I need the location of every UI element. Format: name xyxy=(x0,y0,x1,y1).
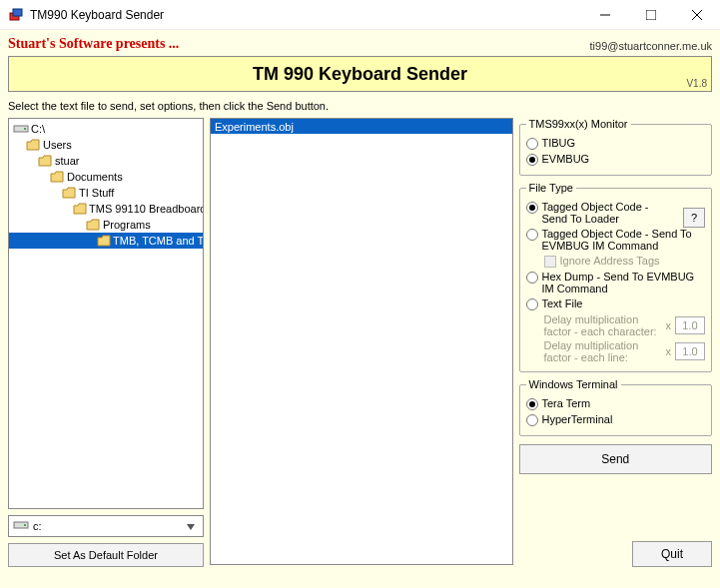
contact-email: ti99@stuartconner.me.uk xyxy=(590,40,712,52)
radio-monitor[interactable]: TIBUG xyxy=(526,137,706,150)
tree-item-label: TMS 99110 Breadboard Project xyxy=(89,203,204,215)
set-default-folder-label: Set As Default Folder xyxy=(54,549,158,561)
radio-text-file[interactable]: Text File xyxy=(526,297,706,310)
radio-icon xyxy=(526,202,538,214)
tree-item[interactable]: Documents xyxy=(9,169,203,185)
quit-button[interactable]: Quit xyxy=(632,541,712,567)
tree-item[interactable]: C:\ xyxy=(9,121,203,137)
set-default-folder-button[interactable]: Set As Default Folder xyxy=(8,543,204,567)
radio-monitor[interactable]: EVMBUG xyxy=(526,153,706,166)
radio-label: Tagged Object Code - Send To EVMBUG IM C… xyxy=(542,228,706,252)
folder-icon xyxy=(25,138,41,152)
banner-version: V1.8 xyxy=(686,78,707,89)
titlebar: TM990 Keyboard Sender xyxy=(0,0,720,30)
x-label: x xyxy=(666,319,672,331)
monitor-group: TMS99xx(x) Monitor TIBUGEVMBUG xyxy=(519,118,713,176)
client-area: Stuart's Software presents ... ti99@stua… xyxy=(0,30,720,588)
radio-label: Tera Term xyxy=(542,397,591,409)
minimize-button[interactable] xyxy=(582,0,628,30)
tree-item-label: stuar xyxy=(55,155,79,167)
filetype-group: File Type ? Tagged Object Code - Send To… xyxy=(519,182,713,372)
delay-char-row: Delay multiplication factor - each chara… xyxy=(544,313,706,337)
tree-item[interactable]: TMB, TCMB and TSMB Experim xyxy=(9,233,203,249)
radio-tagged-im[interactable]: Tagged Object Code - Send To EVMBUG IM C… xyxy=(526,228,706,252)
svg-rect-3 xyxy=(646,10,656,20)
drive-icon xyxy=(13,519,29,533)
folder-icon xyxy=(61,186,77,200)
tree-item-label: C:\ xyxy=(31,123,45,135)
folder-icon xyxy=(13,122,29,136)
radio-label: Text File xyxy=(542,297,583,309)
radio-hex-dump[interactable]: Hex Dump - Send To EVMBUG IM Command xyxy=(526,271,706,294)
radio-label: Tagged Object Code - Send To Loader xyxy=(542,201,662,225)
checkbox-icon xyxy=(544,256,556,268)
radio-icon xyxy=(526,154,538,166)
send-label: Send xyxy=(601,452,629,466)
delay-char-input[interactable]: 1.0 xyxy=(675,316,705,334)
radio-label: EVMBUG xyxy=(542,153,590,165)
radio-label: Hex Dump - Send To EVMBUG IM Command xyxy=(542,271,706,294)
instruction-text: Select the text file to send, set option… xyxy=(6,96,714,118)
chevron-down-icon xyxy=(183,520,199,532)
radio-icon xyxy=(526,298,538,310)
filetype-help-button[interactable]: ? xyxy=(683,208,705,228)
radio-tagged-loader[interactable]: Tagged Object Code - Send To Loader xyxy=(526,201,706,225)
delay-char-value: 1.0 xyxy=(682,319,697,331)
tree-item-label: TI Stuff xyxy=(79,187,114,199)
radio-icon xyxy=(526,272,538,284)
delay-line-input[interactable]: 1.0 xyxy=(675,342,705,360)
drive-combo[interactable]: c: xyxy=(8,515,204,537)
tree-item[interactable]: Programs xyxy=(9,217,203,233)
radio-label: HyperTerminal xyxy=(542,413,613,425)
tree-item-label: Programs xyxy=(103,219,151,231)
radio-icon xyxy=(526,229,538,241)
terminal-group: Windows Terminal Tera TermHyperTerminal xyxy=(519,378,713,436)
check-ignore-tags: Ignore Address Tags xyxy=(544,255,706,268)
radio-terminal[interactable]: HyperTerminal xyxy=(526,413,706,426)
svg-rect-1 xyxy=(13,9,22,16)
tree-item[interactable]: TMS 99110 Breadboard Project xyxy=(9,201,203,217)
folder-icon xyxy=(49,170,65,184)
folder-tree[interactable]: C:\UsersstuarDocumentsTI StuffTMS 99110 … xyxy=(8,118,204,509)
file-item-label: Experiments.obj xyxy=(215,121,294,133)
file-list[interactable]: Experiments.obj xyxy=(210,118,513,565)
folder-icon xyxy=(37,154,53,168)
svg-rect-7 xyxy=(24,128,26,130)
filetype-legend: File Type xyxy=(526,182,576,194)
folder-icon xyxy=(85,218,101,232)
close-button[interactable] xyxy=(674,0,720,30)
radio-icon xyxy=(526,138,538,150)
presents-text: Stuart's Software presents ... xyxy=(8,36,179,52)
terminal-legend: Windows Terminal xyxy=(526,378,621,390)
tree-item-label: Users xyxy=(43,139,72,151)
tree-item-label: TMB, TCMB and TSMB Experim xyxy=(113,235,204,247)
delay-line-row: Delay multiplication factor - each line:… xyxy=(544,339,706,363)
radio-label: TIBUG xyxy=(542,137,576,149)
maximize-button[interactable] xyxy=(628,0,674,30)
delay-char-label: Delay multiplication factor - each chara… xyxy=(544,313,662,337)
svg-rect-9 xyxy=(24,524,26,526)
quit-label: Quit xyxy=(661,547,683,561)
window-title: TM990 Keyboard Sender xyxy=(30,8,582,22)
radio-icon xyxy=(526,414,538,426)
file-item[interactable]: Experiments.obj xyxy=(211,119,512,134)
svg-marker-10 xyxy=(187,524,195,530)
folder-icon xyxy=(73,202,87,216)
checkbox-label: Ignore Address Tags xyxy=(560,255,660,267)
folder-icon xyxy=(97,234,111,248)
radio-terminal[interactable]: Tera Term xyxy=(526,397,706,410)
delay-line-value: 1.0 xyxy=(682,345,697,357)
delay-line-label: Delay multiplication factor - each line: xyxy=(544,339,662,363)
banner: TM 990 Keyboard Sender V1.8 xyxy=(8,56,712,92)
app-icon xyxy=(8,7,24,23)
tree-item[interactable]: TI Stuff xyxy=(9,185,203,201)
tree-item[interactable]: stuar xyxy=(9,153,203,169)
x-label: x xyxy=(666,345,672,357)
tree-item[interactable]: Users xyxy=(9,137,203,153)
help-label: ? xyxy=(691,212,697,224)
send-button[interactable]: Send xyxy=(519,444,713,474)
tree-item-label: Documents xyxy=(67,171,123,183)
drive-label: c: xyxy=(33,520,42,532)
radio-icon xyxy=(526,398,538,410)
monitor-legend: TMS99xx(x) Monitor xyxy=(526,118,631,130)
